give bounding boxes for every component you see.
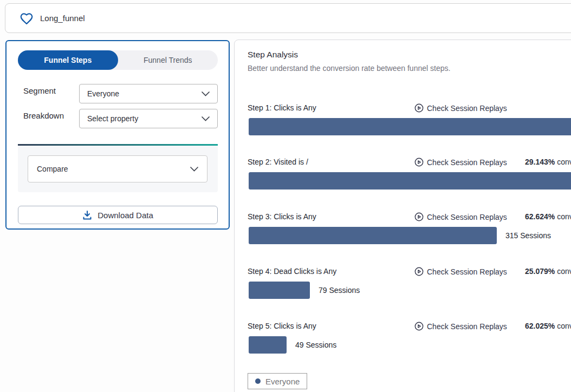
chevron-down-icon	[202, 116, 210, 121]
breakdown-dropdown[interactable]: Select property	[79, 109, 218, 128]
replay-link-label: Check Session Replays	[427, 213, 507, 221]
sessions-count: 315 Sessions	[505, 231, 551, 240]
funnel-tabs: Funnel Steps Funnel Trends	[18, 50, 218, 70]
funnel-bar	[249, 336, 287, 354]
check-session-replays-link[interactable]: Check Session Replays	[414, 267, 507, 276]
tab-funnel-trends[interactable]: Funnel Trends	[118, 50, 218, 70]
conversion-rate: 62.624% conversion	[525, 212, 571, 221]
play-circle-icon	[414, 322, 424, 331]
conversion-rate: 29.143% conversion	[525, 158, 571, 166]
segment-dropdown[interactable]: Everyone	[79, 84, 218, 103]
check-session-replays-link[interactable]: Check Session Replays	[414, 158, 507, 167]
funnel-bar	[249, 282, 310, 299]
replay-link-label: Check Session Replays	[427, 267, 507, 276]
chevron-down-icon	[202, 92, 210, 96]
chevron-down-icon	[190, 167, 198, 172]
legend-dot-icon	[255, 378, 261, 384]
funnel-name: Long_funnel	[40, 14, 85, 23]
conversion-rate: 25.079% conversion	[525, 267, 571, 276]
favorite-heart-icon[interactable]	[20, 11, 35, 25]
play-circle-icon	[414, 212, 424, 221]
step-analysis-title: Step Analysis	[248, 50, 298, 60]
step-label: Step 2: Visited is /	[248, 158, 308, 166]
funnel-step-row: Step 5: Clicks is Any Check Session Repl…	[248, 322, 571, 354]
funnel-step-row: Step 2: Visited is / Check Session Repla…	[248, 158, 571, 190]
download-data-button[interactable]: Download Data	[18, 206, 218, 224]
funnel-bar	[249, 172, 571, 190]
play-circle-icon	[414, 267, 424, 276]
check-session-replays-link[interactable]: Check Session Replays	[414, 212, 507, 221]
compare-card: Compare	[18, 146, 218, 192]
segment-legend-chip: Everyone	[248, 373, 307, 389]
breakdown-label: Breakdown	[23, 111, 64, 120]
funnel-bar	[249, 118, 571, 135]
compare-dropdown[interactable]: Compare	[28, 155, 207, 182]
sessions-count: 79 Sessions	[319, 286, 360, 295]
step-analysis-subtitle: Better understand the conversion rate be…	[248, 64, 450, 73]
check-session-replays-link[interactable]: Check Session Replays	[414, 103, 507, 113]
download-icon	[82, 211, 92, 220]
check-session-replays-link[interactable]: Check Session Replays	[414, 322, 507, 331]
funnel-step-row: Step 1: Clicks is Any Check Session Repl…	[248, 103, 571, 135]
play-circle-icon	[414, 103, 424, 113]
replay-link-label: Check Session Replays	[427, 322, 507, 331]
funnel-analysis-screen: Long_funnel Funnel Steps Funnel Trends S…	[0, 0, 571, 392]
play-circle-icon	[414, 158, 424, 167]
sessions-count: 49 Sessions	[295, 341, 336, 349]
funnel-bar	[249, 227, 497, 244]
step-label: Step 3: Clicks is Any	[248, 212, 316, 221]
step-label: Step 1: Clicks is Any	[248, 103, 316, 112]
conversion-rate: 62.025% conversion	[525, 322, 571, 330]
legend-label: Everyone	[265, 377, 300, 386]
segment-value: Everyone	[87, 89, 119, 98]
funnel-step-row: Step 3: Clicks is Any Check Session Repl…	[248, 212, 571, 244]
step-label: Step 4: Dead Clicks is Any	[248, 267, 336, 276]
compare-value: Compare	[37, 165, 68, 173]
replay-link-label: Check Session Replays	[427, 104, 507, 113]
breakdown-value: Select property	[87, 114, 138, 123]
step-analysis-panel: Step Analysis Better understand the conv…	[234, 40, 571, 392]
replay-link-label: Check Session Replays	[427, 158, 507, 167]
tab-funnel-steps[interactable]: Funnel Steps	[18, 50, 118, 70]
download-data-label: Download Data	[98, 211, 153, 220]
step-label: Step 5: Clicks is Any	[248, 322, 316, 330]
funnel-controls-panel: Funnel Steps Funnel Trends Segment Every…	[5, 40, 230, 230]
funnel-title-bar: Long_funnel	[5, 3, 571, 33]
funnel-step-row: Step 4: Dead Clicks is Any Check Session…	[248, 267, 571, 299]
segment-label: Segment	[23, 86, 56, 95]
